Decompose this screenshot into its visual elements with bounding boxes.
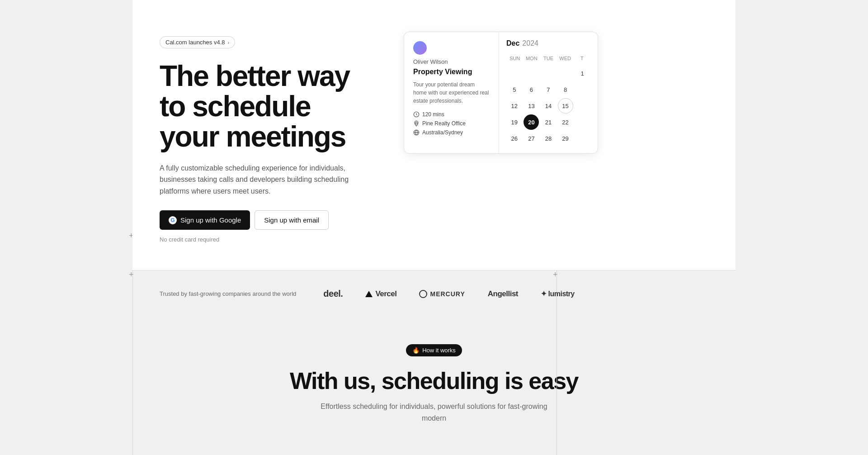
organizer-name: Oliver Wilson (413, 58, 490, 65)
duration-meta: 120 mins (413, 111, 490, 118)
calendar-day-5[interactable]: 5 (507, 82, 522, 97)
calendar-days: 15678121314151920212226272829 (506, 66, 590, 146)
hero-subtitle: A fully customizable scheduling experien… (160, 162, 349, 197)
announcement-badge[interactable]: Cal.com launches v4.8 › (160, 36, 235, 48)
calendar-grid: SUN MON TUE WED T 1567812131415192021222… (506, 54, 590, 146)
announcement-text: Cal.com launches v4.8 (165, 39, 225, 46)
calendar-day-empty-1 (524, 66, 539, 81)
calendar-day-14[interactable]: 14 (541, 98, 556, 114)
trusted-label: Trusted by fast-growing companies around… (160, 289, 296, 299)
trusted-section: Trusted by fast-growing companies around… (132, 270, 736, 317)
announcement-arrow: › (228, 40, 230, 45)
mercury-text: MERCURY (430, 290, 465, 298)
calendar-day-21[interactable]: 21 (541, 114, 556, 130)
clock-icon (413, 111, 420, 118)
hero-title: The better way to schedule your meetings (160, 61, 377, 152)
logo-deel: deel. (323, 289, 343, 299)
calendar-day-29[interactable]: 29 (558, 131, 573, 146)
calendar-day-empty-24 (575, 131, 590, 146)
how-it-works-badge[interactable]: 🔥 How it works (406, 344, 462, 356)
calendar-day-15[interactable]: 15 (558, 98, 573, 114)
calendar-panel: Dec 2024 SUN MON TUE WED T 156 (499, 32, 598, 153)
location-text: Pine Realty Office (422, 120, 466, 127)
fire-icon: 🔥 (412, 347, 420, 354)
calendar-widget: Oliver Wilson Property Viewing Tour your… (404, 32, 598, 154)
globe-icon (413, 129, 420, 136)
calendar-day-6[interactable]: 6 (524, 82, 539, 97)
calendar-day-19[interactable]: 19 (507, 114, 522, 130)
signup-email-button[interactable]: Sign up with email (255, 210, 329, 230)
logo-vercel: Vercel (365, 289, 396, 299)
weekday-mon: MON (523, 54, 540, 63)
calendar-widget-container: Oliver Wilson Property Viewing Tour your… (404, 32, 598, 154)
calendar-day-empty-0 (507, 66, 522, 81)
weekday-tue: TUE (540, 54, 557, 63)
calendar-day-13[interactable]: 13 (524, 98, 539, 114)
how-it-works-badge-label: How it works (422, 347, 456, 354)
calendar-day-empty-9 (575, 82, 590, 97)
how-it-works-title: With us, scheduling is easy (0, 367, 868, 394)
event-panel: Oliver Wilson Property Viewing Tour your… (404, 32, 499, 153)
signup-email-label: Sign up with email (264, 216, 319, 224)
calendar-header: Dec 2024 (506, 39, 590, 47)
mercury-circle-icon (419, 290, 427, 298)
event-title: Property Viewing (413, 68, 490, 76)
calendar-day-1[interactable]: 1 (575, 66, 590, 81)
duration-text: 120 mins (422, 111, 444, 118)
calendar-year: 2024 (522, 39, 538, 47)
timezone-meta: Australia/Sydney (413, 129, 490, 136)
logos-row: deel. Vercel MERCURY Angellist ✦ lumistr… (323, 289, 713, 299)
hero-section: Cal.com launches v4.8 › The better way t… (132, 0, 736, 270)
calendar-day-empty-19 (575, 114, 590, 130)
calendar-month: Dec (506, 39, 519, 47)
logo-mercury: MERCURY (419, 290, 465, 298)
cta-buttons: G Sign up with Google Sign up with email (160, 210, 377, 230)
lumistry-text: ✦ lumistry (541, 290, 575, 298)
weekday-wed: WED (557, 54, 574, 63)
event-description: Tour your potential dream home with our … (413, 81, 490, 105)
logo-lumistry: ✦ lumistry (541, 289, 575, 298)
svg-point-1 (415, 122, 417, 124)
calendar-day-20[interactable]: 20 (524, 114, 539, 130)
calendar-day-7[interactable]: 7 (541, 82, 556, 97)
how-it-works-section: 🔥 How it works With us, scheduling is ea… (0, 317, 868, 442)
location-meta: Pine Realty Office (413, 120, 490, 127)
calendar-day-28[interactable]: 28 (541, 131, 556, 146)
how-it-works-subtitle: Effortless scheduling for individuals, p… (316, 401, 552, 424)
signup-google-button[interactable]: G Sign up with Google (160, 210, 250, 230)
calendar-day-12[interactable]: 12 (507, 98, 522, 114)
event-meta: 120 mins Pine Realty Office (413, 111, 490, 136)
calendar-weekdays: SUN MON TUE WED T (506, 54, 590, 63)
timezone-text: Australia/Sydney (422, 129, 463, 136)
calendar-day-empty-14 (575, 98, 590, 114)
vercel-triangle-icon (365, 291, 373, 297)
calendar-day-8[interactable]: 8 (558, 82, 573, 97)
calendar-day-27[interactable]: 27 (524, 131, 539, 146)
weekday-thu: T (574, 54, 590, 63)
vercel-text: Vercel (375, 289, 396, 299)
calendar-day-empty-2 (541, 66, 556, 81)
signup-google-label: Sign up with Google (180, 216, 241, 224)
logo-angellist: Angellist (488, 289, 518, 299)
calendar-day-empty-3 (558, 66, 573, 81)
google-icon: G (169, 216, 177, 224)
calendar-day-26[interactable]: 26 (507, 131, 522, 146)
hero-content: Cal.com launches v4.8 › The better way t… (160, 27, 377, 243)
location-icon (413, 120, 420, 127)
avatar (413, 41, 427, 55)
calendar-day-22[interactable]: 22 (558, 114, 573, 130)
weekday-sun: SUN (506, 54, 523, 63)
no-credit-text: No credit card required (160, 236, 377, 243)
